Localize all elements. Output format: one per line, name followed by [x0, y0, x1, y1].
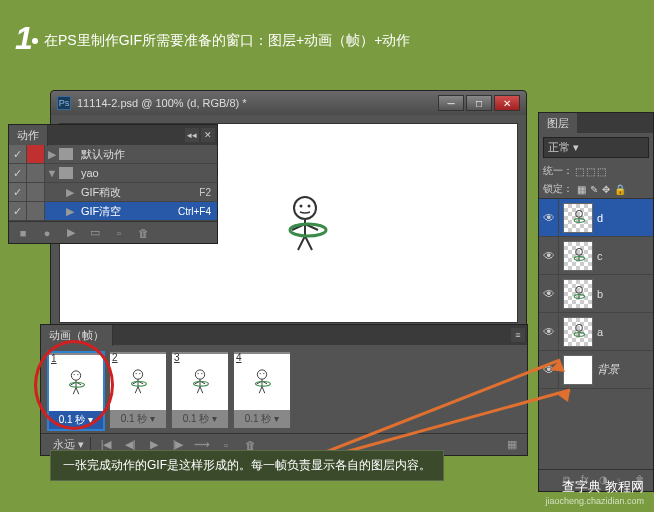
svg-point-2 [308, 205, 311, 208]
check-icon[interactable]: ✓ [9, 145, 27, 163]
frame-delay[interactable]: 0.1 秒 ▾ [110, 410, 166, 428]
disclosure-icon[interactable]: ▼ [45, 167, 59, 179]
trash-icon[interactable]: 🗑 [135, 226, 151, 240]
step-bullet [32, 38, 38, 44]
svg-line-34 [200, 387, 203, 394]
layer-name[interactable]: 背景 [597, 362, 653, 377]
animation-frame[interactable]: 20.1 秒 ▾ [109, 351, 167, 429]
actions-footer: ■ ● ▶ ▭ ▫ 🗑 [9, 221, 217, 243]
check-icon[interactable]: ✓ [9, 202, 27, 220]
svg-point-9 [71, 371, 80, 380]
unify-icon-3[interactable]: ⬚ [597, 166, 606, 177]
step-text: 在PS里制作GIF所需要准备的窗口：图层+动画（帧）+动作 [44, 32, 410, 50]
action-name: GIF稍改 [77, 185, 199, 200]
actions-tab[interactable]: 动作 [9, 125, 48, 146]
play-icon[interactable]: ▶ [63, 226, 79, 240]
frame-number: 3 [174, 352, 180, 363]
disclosure-icon[interactable]: ▶ [63, 205, 77, 218]
frame-delay[interactable]: 0.1 秒 ▾ [49, 411, 103, 429]
record-icon[interactable]: ● [39, 226, 55, 240]
collapse-icon[interactable]: ◂◂ [185, 128, 199, 142]
layer-thumbnail[interactable] [563, 317, 593, 347]
dialog-toggle-icon[interactable] [27, 145, 45, 163]
disclosure-icon[interactable]: ▶ [63, 186, 77, 199]
animation-frame[interactable]: 40.1 秒 ▾ [233, 351, 291, 429]
blend-mode-select[interactable]: 正常 ▾ [543, 137, 649, 158]
titlebar[interactable]: Ps 11114-2.psd @ 100% (d, RGB/8) * ─ □ ✕ [51, 91, 526, 115]
visibility-icon[interactable]: 👁 [539, 237, 559, 275]
layer-row[interactable]: 👁背景 [539, 351, 653, 389]
svg-point-19 [136, 373, 137, 374]
visibility-icon[interactable]: 👁 [539, 275, 559, 313]
layer-name[interactable]: b [597, 288, 653, 300]
panel-menu-buttons: ◂◂ ✕ [185, 128, 217, 142]
lock-pixels-icon[interactable]: ✎ [590, 184, 598, 195]
minimize-button[interactable]: ─ [438, 95, 464, 111]
layer-thumbnail[interactable] [563, 355, 593, 385]
dialog-toggle-icon[interactable] [27, 202, 45, 220]
layers-tab[interactable]: 图层 [539, 113, 577, 133]
animation-tab[interactable]: 动画（帧） [41, 325, 113, 346]
visibility-icon[interactable]: 👁 [539, 313, 559, 351]
frame-delay[interactable]: 0.1 秒 ▾ [172, 410, 228, 428]
action-row[interactable]: ✓▼yao [9, 164, 217, 183]
lock-all-icon[interactable]: 🔒 [614, 184, 626, 195]
svg-point-10 [74, 374, 75, 375]
animation-tab-bar: 动画（帧） ≡ [41, 325, 527, 345]
action-row[interactable]: ✓▶GIF稍改F2 [9, 183, 217, 202]
layer-thumbnail[interactable] [563, 279, 593, 309]
action-shortcut: Ctrl+F4 [178, 206, 217, 217]
layer-name[interactable]: d [597, 212, 653, 224]
unify-icon-2[interactable]: ⬚ [586, 166, 595, 177]
check-icon[interactable]: ✓ [9, 183, 27, 201]
lock-position-icon[interactable]: ✥ [602, 184, 610, 195]
layer-name[interactable]: a [597, 326, 653, 338]
dialog-toggle-icon[interactable] [27, 183, 45, 201]
layers-tab-bar: 图层 [539, 113, 653, 133]
layer-row[interactable]: 👁b [539, 275, 653, 313]
lock-transparency-icon[interactable]: ▦ [577, 184, 586, 195]
canvas-figure [280, 194, 330, 254]
frame-number: 2 [112, 352, 118, 363]
action-row[interactable]: ✓▶默认动作 [9, 145, 217, 164]
layer-thumbnail[interactable] [563, 241, 593, 271]
frame-delay[interactable]: 0.1 秒 ▾ [234, 410, 290, 428]
convert-timeline-icon[interactable]: ▦ [503, 438, 521, 452]
frame-thumbnail [110, 354, 166, 410]
svg-point-37 [260, 373, 261, 374]
stop-icon[interactable]: ■ [15, 226, 31, 240]
svg-point-0 [294, 197, 316, 219]
check-icon[interactable]: ✓ [9, 164, 27, 182]
layer-name[interactable]: c [597, 250, 653, 262]
frame-number: 4 [236, 352, 242, 363]
action-row[interactable]: ✓▶GIF清空Ctrl+F4 [9, 202, 217, 221]
unify-icon[interactable]: ⬚ [575, 166, 584, 177]
disclosure-icon[interactable]: ▶ [45, 148, 59, 161]
lock-row: 锁定： ▦ ✎ ✥ 🔒 [539, 180, 653, 199]
anim-menu-icon[interactable]: ≡ [511, 328, 525, 342]
frames-strip: 10.1 秒 ▾20.1 秒 ▾30.1 秒 ▾40.1 秒 ▾ [41, 345, 527, 433]
frame-number: 1 [51, 353, 57, 364]
svg-point-54 [576, 324, 583, 331]
close-button[interactable]: ✕ [494, 95, 520, 111]
dialog-toggle-icon[interactable] [27, 164, 45, 182]
svg-point-29 [201, 373, 202, 374]
svg-point-48 [576, 248, 583, 255]
animation-panel: 动画（帧） ≡ 10.1 秒 ▾20.1 秒 ▾30.1 秒 ▾40.1 秒 ▾… [40, 324, 528, 456]
new-folder-icon[interactable]: ▭ [87, 226, 103, 240]
layer-row[interactable]: 👁d [539, 199, 653, 237]
layer-row[interactable]: 👁a [539, 313, 653, 351]
animation-frame[interactable]: 10.1 秒 ▾ [47, 351, 105, 431]
visibility-icon[interactable]: 👁 [539, 351, 559, 389]
svg-line-16 [76, 388, 79, 395]
action-name: 默认动作 [77, 147, 211, 162]
new-action-icon[interactable]: ▫ [111, 226, 127, 240]
maximize-button[interactable]: □ [466, 95, 492, 111]
close-panel-icon[interactable]: ✕ [201, 128, 215, 142]
layer-thumbnail[interactable] [563, 203, 593, 233]
layer-row[interactable]: 👁c [539, 237, 653, 275]
visibility-icon[interactable]: 👁 [539, 199, 559, 237]
svg-line-25 [138, 387, 141, 394]
frame-thumbnail [234, 354, 290, 410]
animation-frame[interactable]: 30.1 秒 ▾ [171, 351, 229, 429]
